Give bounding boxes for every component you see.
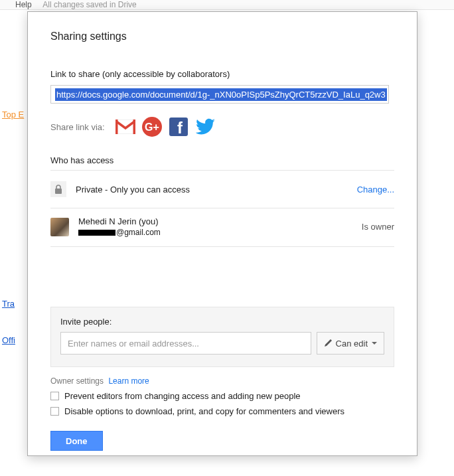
prevent-editors-row[interactable]: Prevent editors from changing access and… (50, 391, 394, 401)
svg-text:G+: G+ (145, 121, 159, 133)
lock-icon (50, 181, 66, 197)
svg-text:f: f (177, 119, 183, 136)
facebook-icon[interactable]: f (169, 117, 189, 137)
sharing-dialog: Sharing settings Link to share (only acc… (27, 11, 417, 456)
share-link-input[interactable]: https://docs.google.com/document/d/1g-_n… (50, 85, 389, 104)
person-email: @gmail.com (78, 228, 352, 237)
dialog-title: Sharing settings (50, 31, 394, 42)
google-plus-icon[interactable]: G+ (142, 117, 162, 137)
help-menu: Help (15, 0, 32, 9)
bg-link-off: Offi (2, 335, 15, 345)
save-status: All changes saved in Drive (42, 0, 136, 9)
share-link-text: https://docs.google.com/document/d/1g-_n… (55, 88, 387, 101)
gmail-icon[interactable] (115, 117, 135, 137)
checkbox-prevent-editors[interactable] (50, 392, 59, 400)
svg-rect-7 (55, 189, 62, 194)
privacy-text: Private - Only you can access (76, 185, 348, 195)
svg-rect-1 (115, 119, 118, 134)
disable-download-label: Disable options to download, print, and … (64, 406, 344, 416)
learn-more-link[interactable]: Learn more (108, 376, 149, 386)
invite-panel: Invite people: Can edit (50, 307, 394, 367)
owner-settings-row: Owner settings Learn more (50, 376, 394, 386)
owner-settings-label: Owner settings (50, 376, 104, 386)
who-has-access-header: Who has access (50, 155, 394, 165)
link-to-share-label: Link to share (only accessible by collab… (50, 69, 394, 79)
prevent-editors-label: Prevent editors from changing access and… (64, 391, 301, 401)
person-row: Mehedi N Jerin (you) @gmail.com Is owner (50, 208, 394, 246)
privacy-row: Private - Only you can access Change... (50, 171, 394, 208)
invite-label: Invite people: (60, 317, 384, 327)
pencil-icon (324, 339, 332, 347)
owner-label: Is owner (362, 222, 394, 232)
permission-dropdown[interactable]: Can edit (317, 332, 384, 355)
checkbox-disable-download[interactable] (50, 407, 59, 416)
permission-label: Can edit (336, 339, 368, 349)
invite-input[interactable] (60, 332, 311, 355)
done-button[interactable]: Done (50, 431, 103, 451)
svg-rect-2 (133, 119, 135, 134)
change-link[interactable]: Change... (357, 185, 394, 195)
bg-link-top: Top E (2, 110, 24, 119)
chevron-down-icon (372, 342, 377, 345)
person-name: Mehedi N Jerin (you) (78, 216, 352, 226)
twitter-icon[interactable] (195, 117, 215, 137)
bg-link-tra: Tra (2, 299, 15, 309)
avatar (50, 218, 69, 236)
background-menu: Help All changes saved in Drive (0, 0, 454, 10)
disable-download-row[interactable]: Disable options to download, print, and … (50, 406, 394, 416)
share-via-label: Share link via: (50, 122, 105, 132)
